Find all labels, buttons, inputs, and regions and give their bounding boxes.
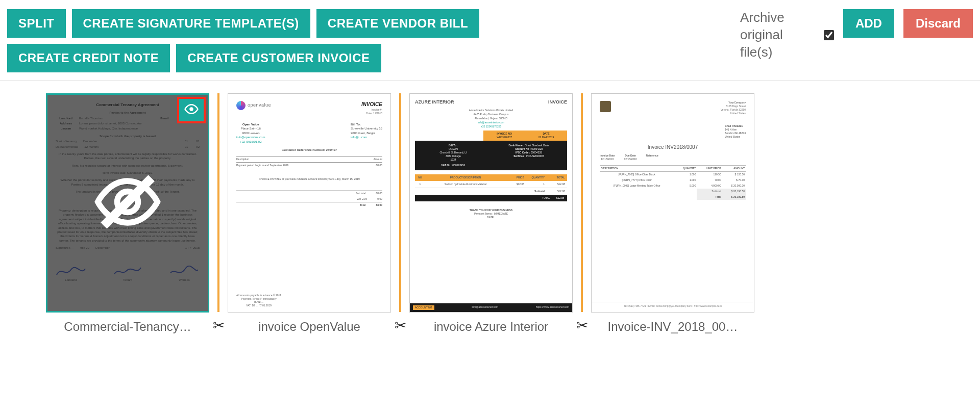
total-value: $ 20,190.50 xyxy=(722,189,746,194)
col-header: DESCRIPTION xyxy=(600,166,674,172)
cell: $12.08 xyxy=(506,181,526,188)
document-thumbnail[interactable]: Commercial Tenancy Agreement Parties to … xyxy=(46,93,209,313)
total-label: TOTAL xyxy=(542,196,550,200)
meta-key: Reference xyxy=(646,154,658,158)
col-header: Amount xyxy=(374,158,382,161)
svg-point-2 xyxy=(189,107,193,111)
separator-line xyxy=(581,93,583,312)
scissors-icon[interactable]: ✂ xyxy=(395,317,406,334)
company-name: AZURE INTERIOR xyxy=(415,99,454,106)
addr-line: 3087 College xyxy=(418,154,488,158)
bank-key: Account No : xyxy=(515,147,531,150)
bar-header: DATE xyxy=(528,132,564,136)
cell: 1.000 xyxy=(674,172,697,178)
invoice-meta: Date: 11/2018 xyxy=(361,112,382,115)
bar-value: 21 MAR 2019 xyxy=(528,136,564,139)
archive-option: Archive original file(s) xyxy=(740,9,834,61)
note: INVOICE PAYABLE at your bank reference a… xyxy=(236,177,382,181)
split-separator: ✂ xyxy=(391,93,409,334)
addr-line: +32 12345678285 xyxy=(415,125,567,128)
addr-line: Strawville University 35 xyxy=(351,126,382,131)
brand: openvalue xyxy=(248,102,271,108)
addr-line: info@openvalue.com xyxy=(236,135,265,139)
addr-line: Place Saint-16 xyxy=(236,126,265,131)
addr-line: info@...com xyxy=(351,135,382,139)
archive-label: Archive original file(s) xyxy=(740,9,817,61)
document-thumbnail[interactable]: openvalue INVOICE Invoice #: Date: 11/20… xyxy=(228,93,391,313)
invoice-meta: Invoice #: xyxy=(361,108,382,112)
meta-value: 12/18/2018 xyxy=(600,158,615,161)
footer-line: Tel: (513) 485-7421 • Email: accounting@… xyxy=(592,302,754,308)
footer-line: https://www.azureinterior.com xyxy=(536,305,569,310)
col-header: NO xyxy=(415,174,425,181)
create-customer-invoice-button[interactable]: CREATE CUSTOMER INVOICE xyxy=(176,44,381,72)
addr-line: OCEAN xyxy=(418,147,488,151)
create-credit-note-button[interactable]: CREATE CREDIT NOTE xyxy=(7,44,170,72)
bank-key: Bank Name : xyxy=(508,144,524,147)
addr-line: 3000 Leuven xyxy=(236,131,265,135)
action-button-group: SPLIT CREATE SIGNATURE TEMPLATE(S) CREAT… xyxy=(7,9,548,72)
total-label: Sub total xyxy=(356,192,366,195)
addr-line: United States xyxy=(725,135,746,139)
addr-line: 1234 xyxy=(418,158,488,162)
addr-line: 000123456 xyxy=(452,164,465,167)
footer-line: info@azureinterior.com xyxy=(472,305,498,310)
addr-line: Chad Rhoades xyxy=(725,124,746,128)
create-vendor-bill-button[interactable]: CREATE VENDOR BILL xyxy=(316,9,479,38)
document-tile[interactable]: YourCompany 8105 Bago Street Verona, Flo… xyxy=(591,93,754,334)
addr-line: Azure Interior Solutions Private Limited xyxy=(415,109,567,112)
document-caption: invoice OpenValue xyxy=(228,320,391,334)
col-header: Description xyxy=(236,158,249,161)
separator-line xyxy=(217,93,219,312)
vat-label: VAT No : xyxy=(442,164,453,167)
cell: 88.00 xyxy=(376,164,382,167)
eye-off-icon xyxy=(92,166,163,240)
meta-key: Due Date xyxy=(624,154,636,158)
scissors-icon[interactable]: ✂ xyxy=(576,317,588,334)
invoice-title: Invoice INV2018/0007 xyxy=(600,144,746,151)
logo-icon xyxy=(236,101,246,110)
subtotal-label: Subtotal xyxy=(516,188,547,195)
split-separator: ✂ xyxy=(573,93,591,334)
reference: Customer Reference Number: 250/407 xyxy=(236,148,382,152)
invoice-label: INVOICE xyxy=(361,101,382,108)
document-tile[interactable]: openvalue INVOICE Invoice #: Date: 11/20… xyxy=(228,93,391,334)
col-header: QUANTITY xyxy=(674,166,697,172)
addr-line: Ahmedabad, Gujarat 380015 xyxy=(415,117,567,120)
discard-button[interactable]: Discard xyxy=(903,9,973,38)
col-header: TOTAL xyxy=(547,174,567,181)
cell: 1.000 xyxy=(674,177,697,183)
bank-value: 00004228 xyxy=(531,147,543,150)
cell: 1 xyxy=(415,181,425,188)
from-name: Open Value xyxy=(236,122,265,126)
document-thumbnail[interactable]: YourCompany 8105 Bago Street Verona, Flo… xyxy=(591,93,754,313)
subtotal-value: $12.08 xyxy=(547,188,567,195)
meta-value: 12/18/2018 xyxy=(624,158,636,161)
bar-value: WEC 096537 xyxy=(486,136,522,139)
split-separator: ✂ xyxy=(209,93,228,334)
cell: [FURN_7800] Office Chair Black xyxy=(600,172,674,178)
document-tile[interactable]: AZURE INTERIORINVOICE Azure Interior Sol… xyxy=(409,93,573,334)
col-header: QUANTITY xyxy=(526,174,547,181)
footer-badge: ACCOUNTING xyxy=(413,305,434,310)
addr-line: +32 (0)16/01.02 xyxy=(236,140,265,144)
create-signature-template-button[interactable]: CREATE SIGNATURE TEMPLATE(S) xyxy=(72,9,310,38)
cell: $ 120.50 xyxy=(722,172,746,178)
document-tile[interactable]: Commercial Tenancy Agreement Parties to … xyxy=(46,93,209,334)
toolbar: SPLIT CREATE SIGNATURE TEMPLATE(S) CREAT… xyxy=(0,0,980,74)
cell: 5.000 xyxy=(674,183,697,189)
split-button[interactable]: SPLIT xyxy=(7,9,66,38)
footer-line: All amounts payable in advance © 2019 xyxy=(236,294,281,297)
add-button[interactable]: ADD xyxy=(843,9,894,38)
document-thumbnail[interactable]: AZURE INTERIORINVOICE Azure Interior Sol… xyxy=(409,93,573,313)
cell: $ 20,000.00 xyxy=(722,183,746,189)
total-value: 88.00 xyxy=(376,192,382,195)
cell: 70.00 xyxy=(697,177,722,183)
scissors-icon[interactable]: ✂ xyxy=(213,317,225,334)
archive-checkbox[interactable] xyxy=(824,30,834,40)
addr-line: A405 Pushp Business Campus xyxy=(415,113,567,116)
document-caption: invoice Azure Interior xyxy=(409,320,573,334)
invoice-label: INVOICE xyxy=(548,99,567,106)
toggle-visibility-button[interactable] xyxy=(177,97,206,123)
document-caption: Invoice-INV_2018_00… xyxy=(591,320,754,334)
